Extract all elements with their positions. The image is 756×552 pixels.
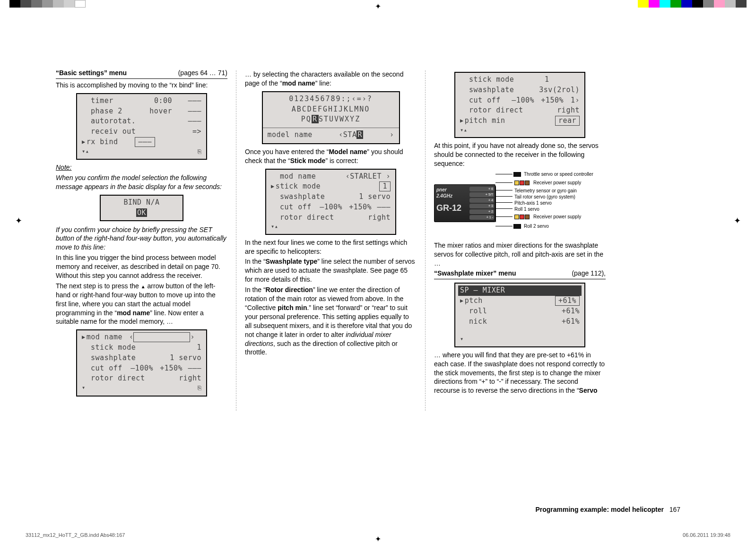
modname-box [133,332,190,342]
bind-ok: OK [136,208,147,217]
section-header: “Basic settings” menu (pages 64 … 71) [56,69,227,79]
page-footer: Programming example: model helicopter 16… [535,505,680,514]
receiver-image: pner 2.4GHz GR-12 + 6+ 5/T+ 4+ 3+ 2+ 1 - [434,184,495,222]
hdr-title: “Basic settings” menu [56,69,127,77]
para: Once you have entered the “Model name” y… [245,147,417,165]
cursor-icon [82,137,87,147]
rxbind-value: ––– [135,137,155,147]
para: In the “Rotor direction” line we enter t… [245,285,417,357]
charmap-bottom-label: model name [268,130,313,140]
column-divider [236,70,236,411]
imprint-right: 06.06.2011 19:39:48 [683,532,730,539]
scroll-arrows-icon: ▾ [82,384,86,393]
note-body: When you confirm the model selection the… [56,173,227,191]
scroll-arrows-icon: ▾▴ [271,223,278,231]
lcd-stickmode-select: mod name‹STARLET › stick mode1 swashplat… [266,169,396,234]
file-icon: ⎘ [198,384,202,393]
scroll-arrows-icon: ▾ [460,335,464,343]
diagram-label: Tail rotor servo (gyro system) [514,194,575,200]
lcd-title: SP – MIXER [458,285,582,296]
section-header: “Swashplate mixer” menu (page 112), [434,269,606,279]
diagram-label: Throttle servo or speed controller [524,171,593,178]
ptch-val: +61% [555,296,580,306]
diagram-label: Roll 2 servo [524,223,549,230]
cursor-icon [460,116,465,126]
char-cursor: R [312,115,319,123]
entry-cursor: R [356,130,363,139]
lcd-sp-mixer: SP – MIXER ptch+61% roll+61% nick+61% ▾ [455,283,585,346]
para: If you confirm your choice by briefly pr… [56,225,227,252]
lcd-bind-popup: BIND N/A OK [100,195,183,221]
cursor-icon [82,332,87,343]
para: The next step is to press the arrow butt… [56,282,227,326]
registration-mark-icon: ✦ [15,215,22,226]
para: In the next four lines we come to the fi… [245,238,417,256]
page: ✦ ✦ ✦ ✦ “Basic settings” menu (pages 64 … [0,0,756,552]
lcd-basic-settings: timer0:00––– phase 2hover––– autorotat.–… [77,94,207,160]
diagram-label: Receiver power supply [533,180,581,186]
para: At this point, if you have not already d… [434,141,606,168]
lcd-charmap: 0123456789:;‹=›? ABCDEFGHIJKLMNO PQRSTUV… [262,92,400,144]
imprint-left: 33112_mx12_HoTT_2_GB.indd Abs48:167 [26,532,125,539]
stickmode-box: 1 [379,181,391,191]
diagram-label: Roll 1 servo [514,206,539,213]
scroll-arrows-icon: ▾▴ [82,147,89,156]
column-divider [425,70,426,411]
column-2: … by selecting the characters available … [245,69,417,411]
column-3: stick mode1 swashplate3sv(2rol) cut off–… [434,69,606,411]
note-label: Note: [56,164,71,171]
registration-mark-icon: ✦ [375,1,381,12]
para: … where you will find that they are pre-… [434,351,606,395]
cursor-icon [460,296,465,306]
hdr-pages: (pages 64 … 71) [178,69,227,78]
para: In the “Swashplate type” line select the… [245,257,417,284]
lcd-pitchmin: stick mode1 swashplate3sv(2rol) cut off–… [455,72,585,138]
diagram-label: Pitch-axis 1 servo [514,200,552,207]
receiver-connection-diagram: pner 2.4GHz GR-12 + 6+ 5/T+ 4+ 3+ 2+ 1 -… [434,171,604,237]
para: The mixer ratios and mixer directions fo… [434,241,606,268]
file-icon: ⎘ [198,147,202,156]
registration-mark-icon: ✦ [734,215,741,226]
color-blocks-left [9,0,86,8]
diagram-label: Telemetry sensor or gyro gain [514,188,577,194]
para: … by selecting the characters available … [245,70,417,88]
scroll-arrows-icon: ▾▴ [460,126,467,134]
up-arrow-icon [141,282,146,290]
column-1: “Basic settings” menu (pages 64 … 71) Th… [56,69,227,411]
para: In this line you trigger the bind proces… [56,253,227,280]
lcd-modname-blank: mod name‹ › stick mode1 swashplate1 serv… [77,330,207,396]
bind-line1: BIND N/A [101,198,182,208]
registration-mark-icon: ✦ [375,534,381,544]
cursor-icon [271,181,276,192]
color-blocks-right [638,0,747,8]
pitchmin-box: rear [555,116,580,126]
para: This is accomplished by moving to the “r… [56,81,227,90]
diagram-label: Receiver power supply [533,214,581,220]
